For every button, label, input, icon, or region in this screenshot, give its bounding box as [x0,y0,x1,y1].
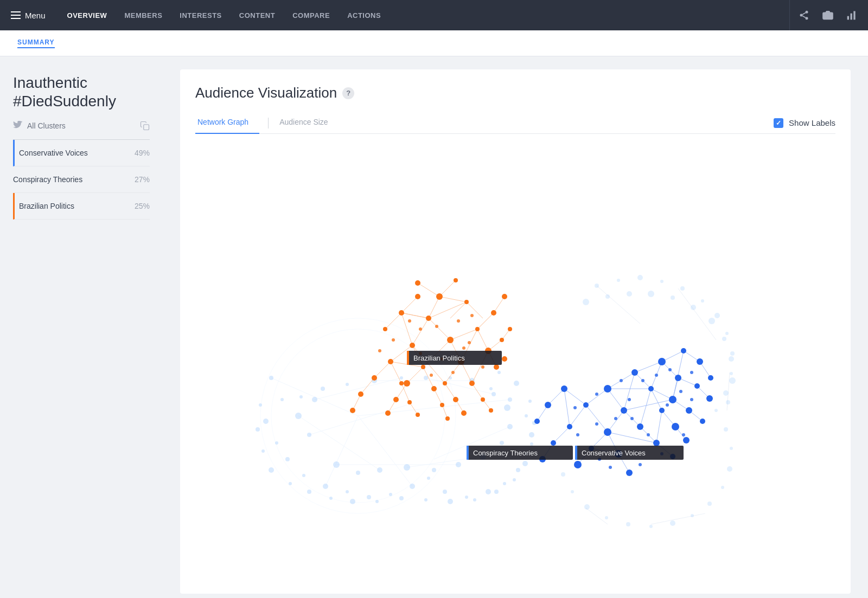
svg-point-199 [415,280,420,286]
svg-point-227 [378,349,381,352]
svg-rect-329 [407,351,409,365]
twitter-icon [13,121,23,131]
svg-line-148 [472,383,483,400]
cluster-item-conspiracy[interactable]: Conspiracy Theories 27% [13,166,150,193]
svg-point-284 [604,428,611,436]
svg-point-275 [604,385,611,393]
summary-tab[interactable]: SUMMARY [17,38,55,48]
svg-point-188 [469,381,475,386]
svg-line-234 [608,389,624,410]
cluster-conspiracy-name: Conspiracy Theories [13,175,82,184]
svg-line-85 [309,405,407,435]
nav-actions[interactable]: ACTIONS [347,11,381,20]
svg-line-80 [358,400,510,416]
nav-compare[interactable]: COMPARE [292,11,330,20]
svg-point-201 [415,294,420,299]
svg-point-217 [350,408,355,413]
cluster-item-brazilian[interactable]: Brazilian Politics 25% [13,193,150,220]
svg-point-298 [534,419,540,424]
svg-point-276 [631,369,638,376]
svg-line-156 [401,297,418,313]
network-svg: Brazilian Politics Conspiracy Theories C… [195,134,835,578]
show-labels-row: Show Labels [774,118,835,128]
copy-icon[interactable] [140,121,150,131]
svg-line-145 [494,297,505,313]
nav-interests[interactable]: INTERESTS [180,11,221,20]
svg-point-278 [621,407,627,414]
share-icon[interactable] [799,10,809,21]
barchart-icon[interactable] [846,10,857,21]
svg-point-5 [826,14,830,18]
svg-point-56 [259,403,262,407]
svg-line-266 [586,405,608,432]
svg-line-130 [429,318,450,340]
tab-audience-size[interactable]: Audience Size [277,112,339,134]
svg-point-320 [647,433,650,436]
cluster-conspiracy-pct: 27% [135,175,150,184]
svg-point-95 [714,313,720,318]
svg-line-78 [326,416,358,486]
svg-point-98 [730,372,733,375]
svg-point-91 [637,275,643,280]
svg-point-307 [620,379,623,382]
cluster-item-conservative[interactable]: Conservative Voices 49% [13,140,150,166]
show-labels-text: Show Labels [789,118,835,127]
svg-point-313 [668,368,672,371]
tab-network-graph[interactable]: Network Graph [195,112,259,134]
svg-line-128 [651,513,705,524]
nav-divider [789,0,790,30]
hamburger-icon [11,11,21,19]
svg-point-60 [289,482,292,485]
svg-point-23 [427,477,430,480]
svg-point-304 [706,395,713,402]
svg-point-305 [700,419,705,424]
menu-button[interactable]: Menu [11,11,46,20]
svg-point-74 [528,400,532,403]
svg-point-182 [475,327,480,331]
svg-line-244 [651,389,662,410]
svg-line-269 [640,389,651,427]
show-labels-checkbox[interactable] [774,118,783,128]
svg-point-323 [682,433,685,436]
svg-point-213 [461,410,467,416]
svg-point-52 [500,441,504,445]
svg-point-224 [470,314,474,317]
svg-point-15 [275,441,278,445]
svg-point-70 [513,478,516,481]
help-icon[interactable]: ? [342,87,354,99]
viz-title: Audience Visualization [195,85,337,101]
svg-point-193 [372,375,377,381]
svg-point-76 [497,371,501,374]
svg-point-223 [430,374,433,377]
top-navigation: Menu OVERVIEW MEMBERS INTERESTS CONTENT … [0,0,868,30]
svg-point-195 [399,310,404,316]
nav-overview[interactable]: OVERVIEW [67,11,107,20]
svg-point-63 [350,499,355,504]
svg-point-58 [261,449,265,453]
svg-point-308 [641,379,644,382]
svg-point-71 [522,461,528,466]
svg-point-301 [626,470,633,476]
svg-point-319 [595,422,598,426]
camera-icon[interactable] [822,10,833,21]
svg-line-126 [678,288,716,340]
svg-point-118 [671,295,675,300]
svg-point-315 [679,390,682,393]
svg-point-39 [346,383,349,386]
nav-content[interactable]: CONTENT [239,11,275,20]
nav-members[interactable]: MEMBERS [124,11,162,20]
svg-point-93 [680,286,685,291]
svg-line-246 [553,427,570,443]
nav-action-buttons [799,10,857,21]
svg-point-92 [660,280,663,283]
svg-point-16 [285,457,290,461]
svg-point-31 [525,414,528,417]
sidebar-twitter-row: All Clusters [13,121,150,131]
cluster-brazilian-name: Brazilian Politics [19,202,74,210]
svg-point-209 [358,391,363,397]
orange-cluster [350,278,512,421]
svg-rect-332 [467,446,469,460]
svg-point-65 [399,496,404,500]
svg-point-27 [503,482,506,485]
svg-point-180 [447,337,454,343]
